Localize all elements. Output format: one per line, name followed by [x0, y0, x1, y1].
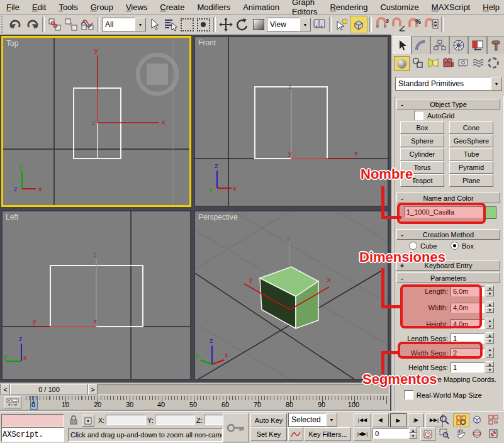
rect-selection-region-icon[interactable]	[179, 16, 195, 33]
select-manipulate-icon[interactable]	[333, 16, 350, 33]
next-frame-button[interactable]: |▶	[408, 413, 424, 427]
geometry-category-icon[interactable]	[394, 56, 410, 71]
dropdown-arrow-icon[interactable]: ▼	[491, 77, 502, 91]
maxscript-listener-output[interactable]	[1, 414, 64, 427]
snap-toggle-3d-icon[interactable]: 3	[374, 16, 390, 33]
new-key-default-in-out-icon[interactable]	[288, 427, 303, 441]
dropdown-arrow-icon[interactable]: ▼	[135, 18, 146, 31]
key-mode-toggle-button[interactable]: |◀▶|	[354, 427, 371, 441]
display-tab[interactable]	[468, 36, 487, 54]
bind-spacewarp-icon[interactable]	[79, 16, 96, 33]
pan-hand-icon[interactable]	[453, 427, 468, 440]
auto-key-button[interactable]: Auto Key	[250, 413, 287, 427]
select-object-icon[interactable]	[146, 16, 162, 33]
pyramid-button[interactable]: Pyramid	[449, 161, 493, 174]
autogrid-checkbox[interactable]	[414, 111, 423, 120]
menu-file[interactable]: File	[0, 1, 26, 13]
x-coord-field[interactable]	[106, 415, 146, 425]
angle-snap-icon[interactable]	[390, 16, 406, 33]
object-color-swatch[interactable]	[484, 206, 496, 219]
height-spinner[interactable]: ▲▼	[486, 318, 494, 329]
select-rotate-icon[interactable]	[234, 16, 250, 33]
height-segs-spinner[interactable]: ▲▼	[486, 361, 494, 373]
dropdown-arrow-icon[interactable]: ▼	[300, 18, 311, 31]
time-next-button[interactable]: >	[88, 384, 98, 395]
length-segs-spinner[interactable]: ▲▼	[486, 332, 494, 344]
menu-help[interactable]: Help	[476, 1, 504, 13]
key-filters-button[interactable]: Key Filters...	[305, 427, 351, 441]
width-segs-spinner[interactable]: ▲▼	[486, 347, 494, 358]
menu-views[interactable]: Views	[120, 1, 154, 13]
object-type-rollout-header[interactable]: - Object Type	[396, 99, 500, 109]
viewport-front[interactable]: Front z y x z x y	[194, 36, 389, 207]
spacewarps-category-icon[interactable]	[471, 56, 485, 70]
menu-modifiers[interactable]: Modifiers	[191, 1, 237, 13]
creation-method-rollout-header[interactable]: - Creation Method	[396, 229, 500, 240]
window-crossing-icon[interactable]	[195, 16, 211, 33]
set-keys-button[interactable]	[223, 413, 249, 442]
create-tab[interactable]	[393, 36, 412, 54]
name-color-rollout-header[interactable]: - Name and Color	[396, 193, 500, 203]
menu-group[interactable]: Group	[84, 1, 120, 13]
keyboard-override-toggle-icon[interactable]	[350, 16, 367, 33]
select-by-name-icon[interactable]	[162, 16, 179, 33]
menu-create[interactable]: Create	[154, 1, 191, 13]
viewport-perspective-label[interactable]: Perspective	[198, 213, 238, 222]
hierarchy-tab[interactable]	[430, 36, 449, 54]
time-prev-button[interactable]: <	[1, 384, 10, 395]
real-world-checkbox[interactable]	[404, 390, 413, 400]
zoom-extents-icon[interactable]	[469, 413, 484, 426]
absolute-offset-toggle-icon[interactable]	[82, 415, 94, 427]
time-slider-handle[interactable]: 0 / 100	[10, 384, 88, 395]
menu-tools[interactable]: Tools	[52, 1, 84, 13]
redo-icon[interactable]	[24, 16, 40, 33]
arc-rotate-icon[interactable]	[469, 427, 484, 440]
zoom-all-tool-icon[interactable]	[453, 413, 469, 427]
menu-edit[interactable]: Edit	[26, 1, 52, 13]
motion-tab[interactable]	[449, 36, 468, 54]
undo-icon[interactable]	[8, 16, 24, 33]
current-frame-field[interactable]	[372, 429, 409, 439]
viewport-left[interactable]: Left z y x z y x	[1, 210, 191, 380]
viewport-top-label[interactable]: Top	[6, 39, 18, 48]
modify-tab[interactable]	[412, 36, 430, 54]
tube-button[interactable]: Tube	[449, 148, 493, 160]
spinner-snap-icon[interactable]	[423, 16, 439, 33]
box-button[interactable]: Box	[400, 121, 444, 134]
cone-button[interactable]: Cone	[449, 121, 493, 134]
box-radio[interactable]	[451, 242, 459, 250]
dropdown-arrow-icon[interactable]: ▼	[326, 413, 337, 427]
sphere-button[interactable]: Sphere	[400, 135, 444, 147]
viewport-perspective[interactable]: Perspective y x z z y x	[194, 210, 389, 380]
selection-set-dropdown[interactable]: Selected ▼	[288, 413, 337, 426]
parameters-rollout-header[interactable]: - Parameters	[396, 272, 500, 283]
select-move-icon[interactable]	[218, 16, 234, 33]
mini-curve-editor-button[interactable]	[4, 396, 21, 408]
select-link-icon[interactable]	[47, 16, 63, 33]
plane-button[interactable]: Plane	[449, 174, 493, 187]
lights-category-icon[interactable]	[425, 56, 440, 70]
length-spinner[interactable]: ▲▼	[486, 285, 494, 296]
menu-customize[interactable]: Customize	[374, 1, 425, 13]
reference-coordinate-dropdown[interactable]: View ▼	[267, 18, 311, 31]
systems-category-icon[interactable]	[486, 56, 500, 70]
viewport-left-label[interactable]: Left	[6, 213, 18, 222]
height-segs-field[interactable]	[451, 362, 484, 373]
cameras-category-icon[interactable]	[440, 56, 455, 70]
utilities-tab[interactable]	[487, 36, 504, 54]
set-key-button[interactable]: Set Key	[250, 427, 287, 441]
selection-lock-icon[interactable]	[69, 415, 78, 426]
width-spinner[interactable]: ▲▼	[486, 301, 494, 313]
maxscript-listener-input[interactable]: AXScript.	[1, 427, 64, 442]
min-max-toggle-icon[interactable]	[486, 427, 501, 440]
previous-frame-button[interactable]: ◀|	[372, 413, 389, 427]
primitive-category-dropdown[interactable]: Standard Primitives ▼	[395, 77, 502, 90]
menu-maxscript[interactable]: MAXScript	[425, 1, 476, 13]
time-configuration-icon[interactable]	[420, 427, 435, 441]
viewport-top[interactable]: Top y x z y x z	[1, 36, 191, 207]
toolbar-drag-handle[interactable]	[1, 16, 6, 33]
play-button[interactable]: ▶	[390, 413, 406, 427]
viewport-front-label[interactable]: Front	[198, 38, 216, 47]
shapes-category-icon[interactable]	[410, 56, 425, 70]
use-pivot-center-icon[interactable]	[311, 16, 327, 33]
